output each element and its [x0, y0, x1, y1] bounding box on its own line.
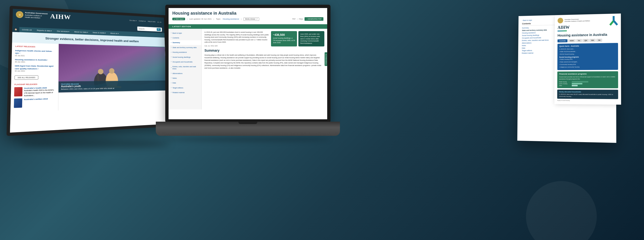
quick-fact-ich: • Indigenous community housing	[559, 66, 616, 68]
hs-housing-assistance[interactable]: › Housing assistance	[168, 50, 201, 55]
topic-link[interactable]: Housing assistance	[223, 18, 239, 20]
search-placeholder[interactable]: Search	[138, 27, 157, 31]
hs-entries[interactable]: › Entries, exits, transfers and wait tim…	[168, 64, 201, 71]
release-item-2: GEN Aged Care Data: Residential aged car…	[15, 65, 55, 72]
housing-nav-sidebar: › Back to topic › Contents › Summary › S…	[168, 29, 202, 109]
housing-meta: ● Web report | Last updated: 30 Jun 2021…	[172, 17, 324, 21]
summary-heading: Summary	[204, 48, 324, 52]
contact-link[interactable]: Contact us	[139, 20, 146, 22]
housing-header: Housing assistance in Australia ● Web re…	[168, 8, 327, 24]
stat-box-1: ~436,500 social housing dwellings, a 7% …	[271, 31, 297, 46]
help-link[interactable]: Help & tools	[148, 20, 156, 23]
hs-target[interactable]: › Target editions	[168, 85, 201, 90]
chart-bar-2	[572, 85, 578, 86]
social-housing-programs-label: Social housing programs	[559, 56, 616, 58]
nav-services[interactable]: Our services ▾	[54, 28, 72, 34]
stat-box-2: June 2020, just under one-third (29%) of…	[298, 31, 324, 46]
featured-content: FEATURED RELEASE Australia's youth Betwe…	[58, 44, 167, 111]
web-report-badge: ● Web report	[172, 18, 185, 20]
quick-fact-somih: • State owned and managed...	[559, 61, 616, 63]
flagship-link-1[interactable]: Australia's welfare 2019	[24, 98, 48, 101]
hs-occupants[interactable]: › Occupants and households	[168, 59, 201, 64]
generate-pdf-button[interactable]: ↓ GENERATED PDF	[304, 17, 324, 21]
hs-abbreviations[interactable]: › Abbreviations	[168, 71, 201, 76]
doc-accent-bar	[558, 30, 567, 31]
summary-section: Summary Housing plays a critical role in…	[204, 48, 324, 69]
svg-text:★: ★	[19, 14, 20, 16]
hs-notes[interactable]: › Notes	[168, 76, 201, 80]
stats-boxes: ~436,500 social housing dwellings, a 7% …	[271, 31, 324, 46]
housing-main-content: ~436,500 social housing dwellings, a 7% …	[202, 29, 327, 109]
main-content: LATEST RELEASES Indigenous health checks…	[10, 43, 167, 112]
hs-summary[interactable]: › Summary	[168, 40, 201, 45]
nav-news-media[interactable]: News & media ▾	[90, 30, 108, 35]
screen-shadow	[19, 139, 170, 149]
quick-fact-1: • NSW: 56,28 households...	[559, 50, 616, 53]
release-item-1: Housing assistance in Australia › 30 Jun…	[15, 58, 56, 63]
releases-sidebar: LATEST RELEASES Indigenous health checks…	[10, 43, 59, 112]
doc-tab-nsw[interactable]: NSW	[568, 39, 576, 42]
latest-edition-bar: LATEST EDITION	[168, 24, 327, 29]
doc-main-panel: Australian Government Australian Institu…	[554, 13, 621, 105]
nav-reports[interactable]: Reports & data ▾	[34, 27, 54, 33]
flagship-thumb-0	[14, 87, 22, 96]
doc-govt-line2: Australian Institute of Health and Welfa…	[564, 20, 590, 22]
chart-bar-1	[572, 83, 582, 84]
quick-fact-ph: • Public housing (PH)	[559, 58, 616, 61]
laptop-shadow	[165, 137, 330, 142]
chart-bar-0	[572, 81, 588, 82]
media-release-btn[interactable]: Media release ↗	[244, 17, 259, 21]
latest-releases-heading: LATEST RELEASES	[15, 45, 56, 48]
nav-about-us[interactable]: About us ▾	[108, 31, 121, 36]
document-mockup: ‹ Back to topic Contents Summary State a…	[517, 13, 626, 153]
svg-line-12	[614, 21, 617, 25]
doc-tab-sa[interactable]: SA	[596, 39, 602, 42]
housing-body: › Back to topic › Contents › Summary › S…	[168, 29, 327, 109]
hs-state-territory[interactable]: › State and territory summary data	[168, 45, 201, 50]
financial-assistance-box: Financial assistance programs Government…	[557, 71, 618, 88]
doc-footer-label: Supply of social housing	[557, 100, 618, 102]
release-date-1: 30 Jun 2021	[15, 61, 56, 63]
featured-overlay: FEATURED RELEASE Australia's youth Betwe…	[58, 80, 166, 92]
feedback-tab[interactable]: FEEDBACK	[324, 52, 327, 66]
nav-about-data[interactable]: About our data ▾	[72, 29, 90, 35]
summary-body: Housing plays a critical role in the hea…	[204, 54, 324, 69]
hs-contents[interactable]: › Contents	[168, 35, 201, 40]
financial-title: Financial assistance programs	[559, 73, 616, 75]
hs-data[interactable]: › Data	[168, 81, 201, 85]
financial-chart: Public housing Comm. housing Other	[559, 81, 616, 86]
see-all-releases-button[interactable]: SEE ALL RELEASES	[14, 75, 38, 80]
faq-link[interactable]: FAQs	[299, 18, 303, 20]
aihw-y-shape-icon	[609, 16, 618, 26]
doc-tab-wa[interactable]: WA	[589, 39, 596, 42]
chart-row-0: Public housing	[559, 81, 616, 82]
logo-area: ★ Australian Government Australian Insti…	[16, 10, 71, 21]
quick-facts-box: Quick facts - Australia In 2019-20, ther…	[557, 43, 618, 70]
release-link-2[interactable]: GEN Aged Care Data: Residential aged car…	[15, 65, 55, 70]
quick-facts-title: Quick facts - Australia	[559, 44, 616, 47]
flagship-thumb-1	[14, 99, 22, 108]
quick-fact-ch: • Community housing (CH)	[559, 63, 616, 66]
hs-social-housing[interactable]: › Social housing dwellings	[168, 55, 201, 59]
nav-home[interactable]: 🏠	[12, 27, 19, 32]
doc-tab-australia[interactable]: Australia	[558, 39, 568, 42]
hs-back[interactable]: › Back to topic	[168, 31, 201, 35]
release-link-0[interactable]: Indigenous health checks and follow-ups …	[15, 49, 56, 55]
chart-row-2: Other	[559, 85, 616, 86]
housing-page-title: Housing assistance in Australia	[172, 11, 324, 16]
newly-allocated-text: In 2019-20, there were 39,227 newly allo…	[559, 93, 616, 98]
flagship-heading: FLAGSHIP RELEASES	[14, 83, 55, 86]
aihw-brand-title: AIHW	[50, 12, 71, 21]
doc-main-title: Housing assistance in Australia	[558, 32, 618, 38]
nav-covid[interactable]: COVID-19	[19, 27, 34, 33]
left-screen: ★ Australian Government Australian Insti…	[6, 6, 170, 136]
quick-fact-0: In 2019-20, there were...	[559, 47, 616, 50]
financial-text: Government provides two forms of financi…	[559, 76, 616, 80]
newly-allocated-title: Newly allocated households	[559, 91, 616, 93]
doc-toc-page: ‹ Back to topic Contents Summary State a…	[517, 14, 616, 143]
doc-tab-qld[interactable]: Qld	[582, 39, 589, 42]
our-sites-link[interactable]: Our sites ▾	[129, 19, 137, 22]
hs-related[interactable]: › Related material	[168, 90, 201, 95]
doc-tab-vic[interactable]: Vic	[576, 39, 582, 42]
pdf-link[interactable]: PDF	[292, 18, 296, 20]
